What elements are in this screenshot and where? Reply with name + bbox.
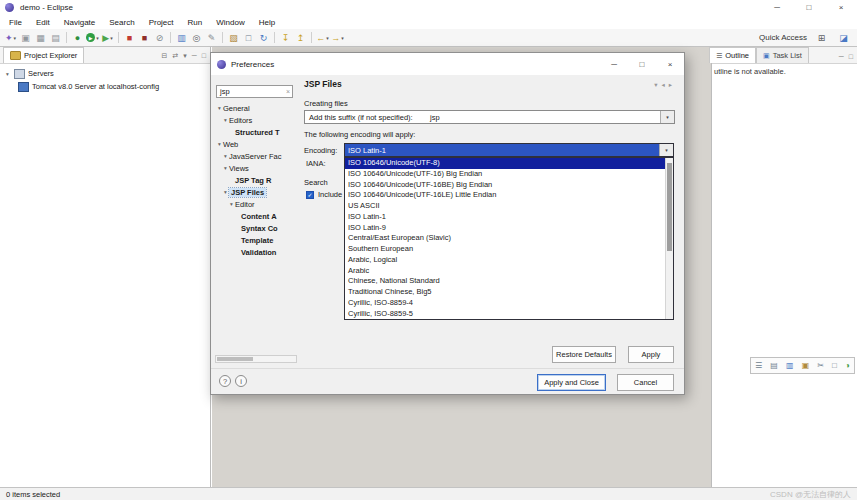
encoding-option[interactable]: Arabic, Logical [345,255,665,266]
pref-node-content-assist[interactable]: Content A [213,210,299,222]
servers-view-icon[interactable]: ▥ [786,361,794,370]
apply-button[interactable]: Apply [628,346,674,363]
markers-view-icon[interactable]: ☰ [755,361,762,370]
encoding-combo[interactable]: ISO Latin-1 ▾ [344,143,674,157]
encoding-option[interactable]: Central/East European (Slavic) [345,233,665,244]
forward-icon[interactable]: →▾ [330,31,345,45]
encoding-option[interactable]: ISO Latin-1 [345,212,665,223]
encoding-option[interactable]: ISO 10646/Unicode(UTF-16) Big Endian [345,169,665,180]
stop-icon[interactable]: ■ [122,31,137,45]
scrollbar-thumb[interactable] [667,163,672,251]
menu-project[interactable]: Project [142,18,181,27]
pref-node-views[interactable]: ▾Views [213,162,299,174]
save-all-icon[interactable]: ▦ [33,31,48,45]
maximize-icon[interactable]: □ [202,52,206,60]
debug-icon[interactable]: ● [70,31,85,45]
pref-node-syntax-coloring[interactable]: Syntax Co [213,222,299,234]
tab-task-list[interactable]: ▣ Task List [756,47,809,63]
encoding-option[interactable]: Cyrillic, ISO-8859-4 [345,298,665,309]
close-button[interactable]: × [825,0,857,15]
menu-window[interactable]: Window [209,18,251,27]
menu-run[interactable]: Run [181,18,210,27]
next-annotation-icon[interactable]: ↧ [278,31,293,45]
chevron-down-icon[interactable]: ▾ [216,105,223,111]
run-icon[interactable]: ▶▾ [85,31,100,45]
new-wizard-icon[interactable]: ✦▾ [3,31,18,45]
forward-icon[interactable]: ▸ [669,81,672,89]
maximize-button[interactable]: □ [793,0,825,15]
tab-project-explorer[interactable]: Project Explorer [3,47,84,63]
encoding-option[interactable]: Traditional Chinese, Big5 [345,287,665,298]
view-menu-icon[interactable]: ▾ [654,81,657,89]
chevron-down-icon[interactable]: ▾ [222,165,229,171]
tree-item-servers[interactable]: ▾ Servers [0,67,210,80]
encoding-option[interactable]: US ASCII [345,201,665,212]
encoding-option[interactable]: Arabic [345,266,665,277]
suffix-combo[interactable]: Add this suffix (if not specified): jsp … [304,110,675,124]
encoding-option[interactable]: ISO 10646/Unicode(UTF-16BE) Big Endian [345,180,665,191]
console-view-icon[interactable]: □ [832,361,837,370]
minimize-button[interactable]: ─ [761,0,793,15]
preference-filter-input[interactable]: jsp × [216,85,293,98]
pref-node-editors[interactable]: ▾Editors [213,114,299,126]
chevron-down-icon[interactable]: ▾ [659,144,673,156]
prev-annotation-icon[interactable]: ↥ [293,31,308,45]
external-tools-icon[interactable]: ▶▾ [100,31,115,45]
pref-node-validation[interactable]: Validation [213,246,299,258]
view-menu-icon[interactable]: ▾ [183,52,187,60]
encoding-option[interactable]: ISO 10646/Unicode(UTF-8) [345,158,665,169]
annotate-icon[interactable]: ✎ [204,31,219,45]
encoding-option[interactable]: ISO 10646/Unicode(UTF-16LE) Little Endia… [345,190,665,201]
chevron-down-icon[interactable]: ▾ [4,71,11,77]
skip-breakpoints-icon[interactable]: ⊘ [152,31,167,45]
data-source-view-icon[interactable]: ▣ [802,361,810,370]
menu-search[interactable]: Search [102,18,141,27]
properties-view-icon[interactable]: ▤ [770,361,778,370]
tab-outline[interactable]: ☰ Outline [709,47,756,63]
encoding-option[interactable]: Chinese, National Standard [345,276,665,287]
snippets-view-icon[interactable]: ✂ [817,361,824,370]
tree-item-tomcat-server[interactable]: Tomcat v8.0 Server at localhost-config [0,80,210,93]
save-icon[interactable]: ▣ [18,31,33,45]
tree-horizontal-scrollbar[interactable] [215,355,297,363]
menu-navigate[interactable]: Navigate [57,18,103,27]
pref-node-web[interactable]: ▾Web [213,138,299,150]
chevron-down-icon[interactable]: ▾ [660,111,674,123]
pref-node-javaserver-faces[interactable]: ▾JavaServer Fac [213,150,299,162]
scrollbar-thumb[interactable] [217,357,253,361]
encoding-option[interactable]: ISO Latin-9 [345,223,665,234]
chevron-down-icon[interactable]: ▾ [216,141,223,147]
javaee-perspective-icon[interactable]: ◪ [836,31,851,45]
back-icon[interactable]: ←▾ [315,31,330,45]
apply-and-close-button[interactable]: Apply and Close [537,374,606,391]
print-icon[interactable]: ▤ [48,31,63,45]
dialog-minimize-button[interactable]: ─ [600,53,628,75]
clear-filter-icon[interactable]: × [286,88,292,95]
pref-node-editor[interactable]: ▾Editor [213,198,299,210]
minimize-icon[interactable]: ─ [192,52,197,60]
menu-edit[interactable]: Edit [29,18,57,27]
encoding-option[interactable]: Cyrillic, ISO-8859-5 [345,309,665,320]
chevron-down-icon[interactable]: ▾ [222,117,229,123]
pref-node-structured-text[interactable]: Structured T [213,126,299,138]
include-checkbox[interactable]: ✓ [306,191,314,199]
console-icon[interactable]: □ [241,31,256,45]
dialog-close-button[interactable]: × [656,53,684,75]
encoding-option[interactable]: Southern European [345,244,665,255]
dropdown-scrollbar[interactable] [665,158,673,319]
dialog-maximize-button[interactable]: □ [628,53,656,75]
menu-help[interactable]: Help [252,18,282,27]
new-folder-icon[interactable]: ▧ [226,31,241,45]
new-server-icon[interactable]: ▥ [174,31,189,45]
info-icon[interactable]: i [235,375,247,387]
quick-access[interactable]: Quick Access [759,33,807,42]
cancel-button[interactable]: Cancel [617,374,674,391]
menu-file[interactable]: File [2,18,29,27]
chevron-down-icon[interactable]: ▾ [228,201,235,207]
chevron-down-icon[interactable]: ▾ [222,189,229,195]
terminate-all-icon[interactable]: ■ [137,31,152,45]
maximize-icon[interactable]: □ [849,53,853,60]
pref-node-general[interactable]: ▾General [213,102,299,114]
search-icon[interactable]: ◎ [189,31,204,45]
pref-node-jsp-files[interactable]: ▾JSP Files [213,186,299,198]
